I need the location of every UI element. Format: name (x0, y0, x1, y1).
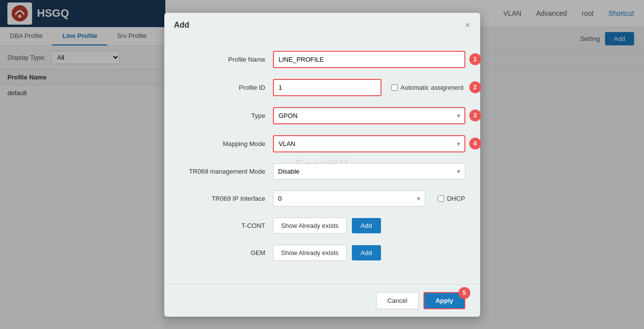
auto-assignment-label: Automatic assignment (401, 84, 464, 91)
badge-2: 2 (469, 81, 481, 93)
tr069-mode-label: TR069 management Mode (179, 168, 273, 175)
gem-row: GEM Show Already exists Add (179, 245, 465, 261)
type-row: Type GPON EPON XGS-PON 3 (179, 107, 465, 124)
badge-3: 3 (469, 110, 481, 121)
auto-assignment-group: Automatic assignment (391, 84, 464, 91)
tr069-ip-select[interactable]: 0 1 2 (273, 190, 425, 207)
tcont-controls: Show Already exists Add (273, 218, 381, 234)
type-label: Type (179, 112, 273, 119)
tcont-row: T-CONT Show Already exists Add (179, 218, 465, 234)
tr069-mode-select[interactable]: Disable Enable (273, 163, 465, 180)
dhcp-checkbox[interactable] (438, 195, 444, 202)
type-select[interactable]: GPON EPON XGS-PON (273, 107, 465, 124)
add-modal: Add × ForoISP Profile Name 1 Profile ID (164, 13, 480, 317)
cancel-button[interactable]: Cancel (376, 292, 418, 309)
profile-id-label: Profile ID (179, 84, 273, 91)
modal-body: ForoISP Profile Name 1 Profile ID Automa… (164, 38, 480, 284)
modal-overlay: Add × ForoISP Profile Name 1 Profile ID (0, 0, 644, 329)
tcont-add-button[interactable]: Add (352, 218, 381, 233)
gem-show-exists-button[interactable]: Show Already exists (273, 245, 347, 261)
dhcp-group: DHCP (438, 195, 465, 202)
badge-4: 4 (469, 138, 481, 149)
auto-assignment-checkbox[interactable] (391, 84, 398, 91)
mapping-mode-label: Mapping Mode (179, 140, 273, 147)
gem-controls: Show Already exists Add (273, 245, 381, 261)
gem-label: GEM (179, 249, 273, 256)
dhcp-label: DHCP (447, 195, 465, 202)
modal-close-button[interactable]: × (465, 20, 470, 31)
profile-name-row: Profile Name 1 (179, 51, 465, 68)
tr069-mode-row: TR069 management Mode Disable Enable (179, 163, 465, 180)
tcont-show-exists-button[interactable]: Show Already exists (273, 218, 347, 234)
tr069-ip-label: TR069 IP Interface (179, 195, 273, 202)
profile-id-input[interactable] (273, 79, 381, 96)
mapping-mode-select[interactable]: VLAN GEM TCI (273, 135, 465, 152)
mapping-mode-row: Mapping Mode VLAN GEM TCI 4 (179, 135, 465, 152)
profile-id-row: Profile ID Automatic assignment 2 (179, 79, 465, 96)
gem-add-button[interactable]: Add (352, 245, 381, 260)
tcont-label: T-CONT (179, 222, 273, 229)
tr069-ip-row: TR069 IP Interface 0 1 2 DHCP (179, 190, 465, 207)
badge-5: 5 (458, 287, 470, 299)
modal-footer: Cancel Apply 5 (164, 284, 480, 317)
profile-name-input[interactable] (273, 51, 465, 68)
badge-1: 1 (469, 53, 481, 65)
modal-title: Add (174, 21, 189, 30)
modal-header: Add × (164, 13, 480, 38)
profile-name-label: Profile Name (179, 56, 273, 63)
